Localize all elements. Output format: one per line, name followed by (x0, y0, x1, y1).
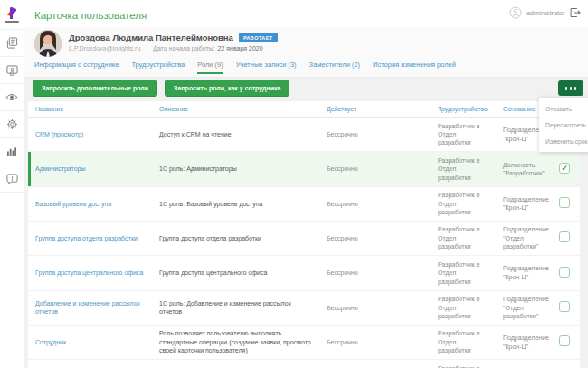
gear-icon (6, 118, 18, 130)
bar-chart-icon (6, 146, 17, 156)
role-basis: Подразделение "Крон-Ц" (496, 360, 552, 368)
menu-item-review[interactable]: Пересмотреть (539, 117, 588, 133)
role-validity: Бессрочно (319, 325, 431, 359)
tab-roles[interactable]: Роли (9) (197, 61, 223, 74)
role-basis: Подразделение "Крон-Ц" (496, 186, 552, 221)
role-validity: Бессрочно (319, 290, 431, 325)
role-description: Роль позволяет пользователю выполнять ст… (152, 325, 319, 359)
account-icon[interactable] (509, 6, 522, 19)
row-checkbox[interactable] (559, 267, 570, 278)
sidebar (0, 0, 24, 368)
role-employment: Разработчик в Отдел разработки (431, 360, 496, 368)
role-validity: Бессрочно (319, 256, 431, 290)
role-name-link[interactable]: Администраторы (28, 152, 152, 186)
row-checkbox[interactable] (559, 197, 570, 208)
column-header-name[interactable]: Название (28, 101, 152, 118)
role-description: 1С роль: Добавление и изменение рассылок… (152, 290, 319, 325)
request-roles-like-employee-button[interactable]: Запросить роли, как у сотрудника (165, 80, 289, 97)
logo-wordmark (5, 21, 19, 23)
chat-icon (6, 174, 18, 184)
role-description (152, 360, 319, 368)
role-basis: Должность "Разработчик" (496, 152, 552, 186)
tab-bar: Информация о сотруднике Трудоустройства … (34, 61, 456, 74)
row-checkbox[interactable] (559, 163, 570, 174)
role-description: Доступ к CRM на чтение (152, 118, 319, 152)
role-description: 1С роль: Базовый уровень доступа (152, 186, 319, 221)
role-basis: Подразделение "Крон-Ц" (496, 325, 552, 359)
column-header-employment[interactable]: Трудоустройство (431, 101, 496, 118)
table-row: Базовый уровень доступа1С роль: Базовый … (28, 186, 580, 221)
sidebar-item-documents[interactable] (0, 30, 24, 57)
documents-icon (6, 37, 18, 49)
row-checkbox[interactable] (559, 231, 570, 242)
eye-icon (5, 93, 18, 101)
role-validity: Бессрочно (319, 118, 431, 152)
role-validity: Бессрочно (319, 360, 431, 368)
app-logo[interactable] (0, 0, 24, 30)
topbar: Карточка пользователя administrator (24, 0, 588, 27)
sidebar-item-reports[interactable] (0, 138, 24, 165)
tab-accounts[interactable]: Учетные записи (3) (236, 61, 297, 74)
table-row: Добавление и изменение рассылок отчетов1… (28, 290, 580, 325)
role-employment: Разработчик в Отдел разработки (431, 325, 496, 359)
role-description: Группа доступа центрального офиса (152, 256, 319, 290)
logo-icon (6, 6, 18, 20)
role-employment: Разработчик в Отдел разработки (431, 221, 496, 255)
role-name-link[interactable]: Сотрудник (28, 325, 152, 359)
role-description: Группа доступа отдела разработки (152, 221, 319, 255)
role-name-link[interactable]: Учетная запись 1С (28, 360, 152, 368)
sidebar-item-feedback[interactable] (0, 165, 24, 193)
menu-item-revoke[interactable]: Отозвать (539, 100, 588, 117)
table-header-row: Название Описание Действует Трудоустройс… (28, 101, 580, 118)
role-employment: Разработчик в Отдел разработки (431, 186, 496, 221)
start-date: Дата начала работы:22 января 2020 (153, 45, 262, 52)
tab-deputies[interactable]: Заместители (2) (309, 61, 361, 74)
sidebar-item-monitoring[interactable] (0, 84, 24, 111)
role-name-link[interactable]: Базовый уровень доступа (28, 186, 152, 221)
row-checkbox[interactable] (559, 301, 570, 312)
page-title: Карточка пользователя (34, 10, 147, 21)
request-additional-roles-button[interactable]: Запросить дополнительные роли (33, 80, 157, 97)
role-basis: Подразделение "Отдел разработки" (496, 221, 552, 255)
menu-item-change-term[interactable]: Изменить срок (539, 133, 588, 149)
role-name-link[interactable]: Группа доступа отдела разработки (28, 221, 152, 255)
user-screen-icon (6, 65, 18, 76)
table-row: Группа доступа центрального офисаГруппа … (28, 256, 580, 290)
employee-email: L.P.Drozdova@inrights.ru (69, 45, 140, 52)
role-employment: Разработчик в Отдел разработки (431, 152, 496, 186)
row-checkbox[interactable] (559, 335, 570, 346)
role-employment: Разработчик в Отдел разработки (431, 290, 496, 325)
logout-icon[interactable] (570, 7, 581, 18)
role-name-link[interactable]: Добавление и изменение рассылок отчетов (28, 290, 152, 325)
actions-dropdown: Отозвать Пересмотреть Изменить срок (539, 98, 588, 152)
role-name-link[interactable]: Группа доступа центрального офиса (28, 256, 152, 290)
sidebar-item-workstation[interactable] (0, 57, 24, 84)
main-content: Запросить дополнительные роли Запросить … (24, 78, 588, 368)
roles-table-card: Название Описание Действует Трудоустройс… (28, 101, 580, 368)
role-basis: Подразделение "Крон-Ц" (496, 256, 552, 290)
employee-name: Дроздова Людмила Пантелеймоновна (69, 33, 233, 42)
table-row: Учетная запись 1СБессрочноРазработчик в … (28, 360, 580, 368)
status-badge: РАБОТАЕТ (239, 33, 278, 42)
role-validity: Бессрочно (319, 221, 431, 255)
table-row: CRM (просмотр)Доступ к CRM на чтениеБесс… (28, 118, 580, 152)
role-description: 1С роль: Администраторы (152, 152, 319, 186)
column-header-description[interactable]: Описание (152, 101, 319, 118)
tab-employee-info[interactable]: Информация о сотруднике (34, 61, 119, 74)
tab-employments[interactable]: Трудоустройства (131, 61, 185, 74)
role-employment: Разработчик в Отдел разработки (431, 256, 496, 290)
sidebar-item-settings[interactable] (0, 111, 24, 138)
column-header-valid[interactable]: Действует (319, 101, 431, 118)
role-validity: Бессрочно (319, 186, 431, 221)
tab-role-history[interactable]: История изменения ролей (373, 61, 456, 74)
profile-header: Дроздова Людмила Пантелеймоновна РАБОТАЕ… (24, 27, 588, 78)
table-row: Администраторы1С роль: АдминистраторыБес… (28, 152, 580, 186)
role-validity: Бессрочно (319, 152, 431, 186)
role-basis: Подразделение "Отдел разработки" (496, 290, 552, 325)
table-row: Группа доступа отдела разработкиГруппа д… (28, 221, 580, 255)
avatar (34, 30, 62, 57)
more-actions-button[interactable] (558, 80, 583, 96)
roles-table: Название Описание Действует Трудоустройс… (28, 101, 580, 368)
role-name-link[interactable]: CRM (просмотр) (28, 118, 152, 152)
table-row: СотрудникРоль позволяет пользователю вып… (28, 325, 580, 359)
